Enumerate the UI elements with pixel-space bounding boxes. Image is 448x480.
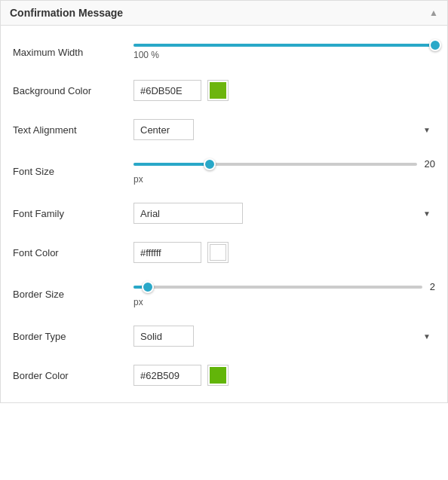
label-text-alignment: Text Alignment <box>13 124 133 136</box>
color-swatch-background-color[interactable] <box>207 80 229 101</box>
panel-title: Confirmation Message <box>10 7 123 19</box>
slider-unit-border-size: px <box>133 297 435 307</box>
collapse-icon[interactable]: ▲ <box>429 8 438 18</box>
control-border-size: 2px <box>133 281 435 307</box>
color-wrapper-border-color <box>133 365 435 386</box>
control-font-size: 20px <box>133 158 435 185</box>
select-font-family[interactable]: ArialTimes New RomanVerdanaGeorgiaCourie… <box>133 203 243 224</box>
row-border-size: Border Size2px <box>1 272 447 316</box>
row-font-color: Font Color <box>1 233 447 272</box>
slider-value-font-size: 20 <box>425 158 435 170</box>
slider-thumb-max-width[interactable] <box>429 39 441 51</box>
control-font-family: ArialTimes New RomanVerdanaGeorgiaCourie… <box>133 203 435 224</box>
slider-wrapper-font-size: 20 <box>133 158 435 170</box>
confirmation-message-panel: Confirmation Message ▲ Maximum Width100 … <box>0 0 448 403</box>
select-arrow-text-alignment: ▼ <box>423 126 431 134</box>
slider-track-max-width[interactable] <box>133 44 435 47</box>
color-swatch-inner-border-color <box>210 367 226 384</box>
control-font-color <box>133 242 435 263</box>
row-border-type: Border TypeSolidDashedDottedNone▼ <box>1 316 447 356</box>
panel-body: Maximum Width100 %Background ColorText A… <box>1 26 447 402</box>
select-arrow-border-type: ▼ <box>423 332 431 341</box>
color-swatch-border-color[interactable] <box>207 365 229 386</box>
label-font-color: Font Color <box>13 247 133 258</box>
slider-wrapper-max-width <box>133 44 435 47</box>
control-border-type: SolidDashedDottedNone▼ <box>133 326 435 347</box>
control-max-width: 100 % <box>133 44 435 60</box>
panel-header: Confirmation Message ▲ <box>1 1 447 26</box>
select-border-type[interactable]: SolidDashedDottedNone <box>133 326 194 347</box>
slider-fill-font-size <box>133 163 210 166</box>
row-border-color: Border Color <box>1 356 447 395</box>
slider-wrapper-border-size: 2 <box>133 281 435 292</box>
color-wrapper-background-color <box>133 80 435 101</box>
control-background-color <box>133 80 435 101</box>
row-max-width: Maximum Width100 % <box>1 33 447 71</box>
color-text-background-color[interactable] <box>133 80 201 101</box>
slider-thumb-border-size[interactable] <box>142 281 154 293</box>
row-background-color: Background Color <box>1 71 447 110</box>
select-wrapper-border-type: SolidDashedDottedNone▼ <box>133 326 435 347</box>
row-text-alignment: Text AlignmentLeftCenterRight▼ <box>1 110 447 149</box>
control-text-alignment: LeftCenterRight▼ <box>133 119 435 140</box>
select-wrapper-font-family: ArialTimes New RomanVerdanaGeorgiaCourie… <box>133 203 435 224</box>
slider-value-border-size: 2 <box>430 281 435 292</box>
select-text-alignment[interactable]: LeftCenterRight <box>133 119 194 140</box>
label-border-color: Border Color <box>13 370 133 381</box>
label-max-width: Maximum Width <box>13 47 133 58</box>
color-swatch-inner-font-color <box>210 244 226 261</box>
color-swatch-inner-background-color <box>210 82 226 99</box>
label-border-size: Border Size <box>13 289 133 300</box>
select-arrow-font-family: ▼ <box>423 209 431 218</box>
label-font-size: Font Size <box>13 166 133 177</box>
slider-unit-font-size: px <box>133 174 435 185</box>
slider-thumb-font-size[interactable] <box>204 158 216 170</box>
label-border-type: Border Type <box>13 331 133 342</box>
slider-track-font-size[interactable] <box>133 163 417 166</box>
row-font-family: Font FamilyArialTimes New RomanVerdanaGe… <box>1 194 447 233</box>
label-background-color: Background Color <box>13 85 133 96</box>
color-text-font-color[interactable] <box>133 242 201 263</box>
color-text-border-color[interactable] <box>133 365 201 386</box>
slider-below-value-max-width: 100 % <box>133 50 435 60</box>
color-swatch-font-color[interactable] <box>207 242 229 263</box>
select-wrapper-text-alignment: LeftCenterRight▼ <box>133 119 435 140</box>
slider-fill-max-width <box>133 44 435 47</box>
slider-track-border-size[interactable] <box>133 286 422 289</box>
label-font-family: Font Family <box>13 208 133 219</box>
row-font-size: Font Size20px <box>1 149 447 194</box>
control-border-color <box>133 365 435 386</box>
color-wrapper-font-color <box>133 242 435 263</box>
